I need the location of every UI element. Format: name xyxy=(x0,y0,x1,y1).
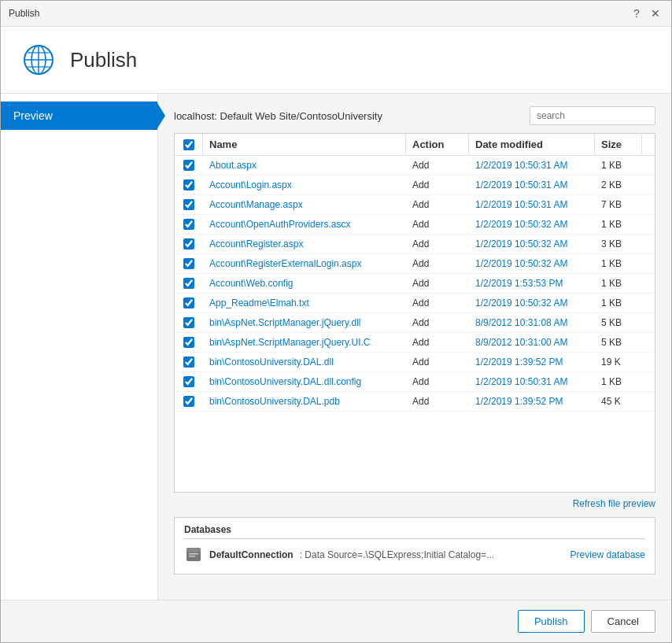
row-size: 1 KB xyxy=(595,215,642,234)
row-action: Add xyxy=(406,274,469,293)
row-checkbox-cell xyxy=(175,156,203,175)
row-action: Add xyxy=(406,372,469,391)
header-size: Size xyxy=(595,134,642,155)
cancel-button[interactable]: Cancel xyxy=(591,610,655,633)
row-name: Account\RegisterExternalLogin.aspx xyxy=(203,254,406,273)
row-checkbox-cell xyxy=(175,294,203,312)
db-connection-string: : Data Source=.\SQLExpress;Initial Catal… xyxy=(300,549,494,560)
database-row: DefaultConnection : Data Source=.\SQLExp… xyxy=(184,545,645,564)
table-header: Name Action Date modified Size xyxy=(175,134,655,156)
db-connection-name: DefaultConnection xyxy=(209,549,294,560)
title-bar-text: Publish xyxy=(9,8,39,19)
table-row: Account\RegisterExternalLogin.aspx Add 1… xyxy=(175,254,655,274)
row-checkbox[interactable] xyxy=(183,160,194,171)
row-extra xyxy=(642,372,655,391)
row-extra xyxy=(642,333,655,352)
row-name: bin\ContosoUniversity.DAL.dll.config xyxy=(203,372,406,391)
refresh-file-preview-link[interactable]: Refresh file preview xyxy=(573,498,655,509)
row-action: Add xyxy=(406,353,469,371)
row-extra xyxy=(642,313,655,332)
row-date: 1/2/2019 1:39:52 PM xyxy=(469,353,595,371)
row-checkbox[interactable] xyxy=(183,199,194,210)
row-action: Add xyxy=(406,313,469,332)
row-checkbox[interactable] xyxy=(183,396,194,407)
publish-button[interactable]: Publish xyxy=(518,610,585,633)
row-size: 5 KB xyxy=(595,313,642,332)
row-checkbox-cell xyxy=(175,215,203,234)
main-panel: localhost: Default Web Site/ContosoUnive… xyxy=(158,94,671,600)
row-checkbox-cell xyxy=(175,353,203,371)
row-date: 1/2/2019 10:50:32 AM xyxy=(469,254,595,273)
header-date: Date modified xyxy=(469,134,595,155)
sidebar: Preview xyxy=(1,94,158,600)
table-row: Account\Login.aspx Add 1/2/2019 10:50:31… xyxy=(175,176,655,195)
help-button[interactable]: ? xyxy=(629,6,644,21)
dialog-footer: Publish Cancel xyxy=(1,600,671,642)
row-action: Add xyxy=(406,215,469,234)
row-date: 8/9/2012 10:31:08 AM xyxy=(469,313,595,332)
table-row: bin\ContosoUniversity.DAL.dll.config Add… xyxy=(175,372,655,392)
main-header: localhost: Default Web Site/ContosoUnive… xyxy=(174,106,655,125)
row-checkbox[interactable] xyxy=(183,376,194,387)
row-checkbox-cell xyxy=(175,372,203,391)
row-extra xyxy=(642,235,655,253)
row-checkbox[interactable] xyxy=(183,297,194,309)
row-checkbox[interactable] xyxy=(183,258,194,269)
row-checkbox-cell xyxy=(175,254,203,273)
row-extra xyxy=(642,176,655,194)
row-action: Add xyxy=(406,195,469,214)
svg-point-8 xyxy=(186,548,201,552)
row-checkbox[interactable] xyxy=(183,317,194,328)
table-row: Account\Web.config Add 1/2/2019 1:53:53 … xyxy=(175,274,655,294)
content-area: Preview localhost: Default Web Site/Cont… xyxy=(1,94,671,600)
databases-section: Databases DefaultConnection : Data Sourc… xyxy=(174,517,655,575)
row-checkbox-cell xyxy=(175,195,203,214)
row-checkbox[interactable] xyxy=(183,219,194,230)
table-body: About.aspx Add 1/2/2019 10:50:31 AM 1 KB… xyxy=(175,156,655,492)
row-extra xyxy=(642,215,655,234)
table-row: bin\ContosoUniversity.DAL.pdb Add 1/2/20… xyxy=(175,392,655,412)
globe-icon xyxy=(20,41,57,79)
title-bar-controls: ? ✕ xyxy=(629,6,663,21)
row-size: 1 KB xyxy=(595,274,642,293)
row-date: 8/9/2012 10:31:00 AM xyxy=(469,333,595,352)
table-row: Account\Register.aspx Add 1/2/2019 10:50… xyxy=(175,235,655,254)
row-name: bin\ContosoUniversity.DAL.dll xyxy=(203,353,406,371)
select-all-checkbox[interactable] xyxy=(183,139,194,150)
header-check xyxy=(175,134,203,155)
row-checkbox[interactable] xyxy=(183,278,194,289)
title-bar: Publish ? ✕ xyxy=(1,1,671,27)
row-date: 1/2/2019 10:50:31 AM xyxy=(469,372,595,391)
row-name: Account\Manage.aspx xyxy=(203,195,406,214)
sidebar-item-preview[interactable]: Preview xyxy=(1,102,157,130)
row-name: About.aspx xyxy=(203,156,406,175)
row-checkbox[interactable] xyxy=(183,238,194,249)
header-name: Name xyxy=(203,134,406,155)
row-date: 1/2/2019 10:50:32 AM xyxy=(469,215,595,234)
close-button[interactable]: ✕ xyxy=(648,6,663,21)
row-extra xyxy=(642,353,655,371)
row-extra xyxy=(642,294,655,312)
row-checkbox-cell xyxy=(175,313,203,332)
row-extra xyxy=(642,195,655,214)
row-checkbox-cell xyxy=(175,176,203,194)
database-icon xyxy=(184,545,203,564)
row-name: App_Readme\Elmah.txt xyxy=(203,294,406,312)
databases-label: Databases xyxy=(184,524,645,539)
row-checkbox-cell xyxy=(175,392,203,411)
row-checkbox[interactable] xyxy=(183,337,194,348)
table-row: Account\Manage.aspx Add 1/2/2019 10:50:3… xyxy=(175,195,655,215)
row-date: 1/2/2019 10:50:31 AM xyxy=(469,176,595,194)
row-action: Add xyxy=(406,333,469,352)
dialog-header: Publish xyxy=(1,27,671,94)
header-action: Action xyxy=(406,134,469,155)
row-checkbox-cell xyxy=(175,235,203,253)
row-name: Account\Login.aspx xyxy=(203,176,406,194)
row-size: 1 KB xyxy=(595,156,642,175)
row-action: Add xyxy=(406,392,469,411)
preview-database-link[interactable]: Preview database xyxy=(570,549,645,560)
row-checkbox[interactable] xyxy=(183,357,194,368)
row-checkbox[interactable] xyxy=(183,179,194,190)
search-input[interactable] xyxy=(530,106,655,125)
svg-rect-10 xyxy=(189,556,195,557)
